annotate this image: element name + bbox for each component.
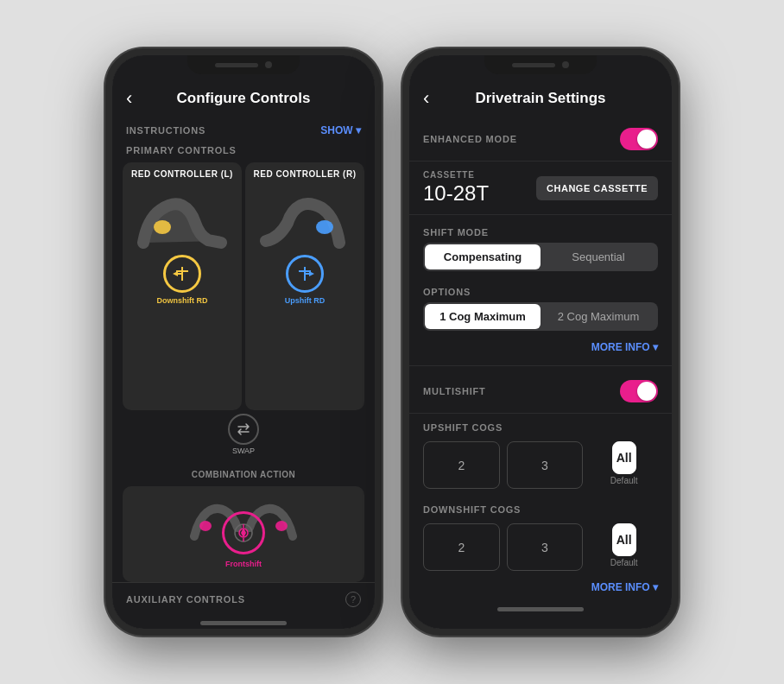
downshift-icon (172, 263, 193, 284)
svg-point-5 (316, 220, 333, 234)
frontshift-circle[interactable] (222, 511, 265, 554)
svg-marker-4 (173, 271, 178, 276)
more-info-button-1[interactable]: MORE INFO ▾ (591, 341, 658, 353)
option-2cog-btn[interactable]: 2 Cog Maximum (541, 304, 656, 329)
swap-icon (236, 421, 251, 437)
option-1cog-btn[interactable]: 1 Cog Maximum (425, 304, 541, 329)
speaker-2 (512, 63, 555, 67)
handlebar-left-svg (126, 182, 238, 251)
upshift-3-btn[interactable]: 3 (507, 441, 584, 489)
upshift-all-btn[interactable]: All (612, 441, 636, 474)
upshift-icon (294, 263, 315, 284)
svg-rect-1 (181, 267, 183, 281)
frontshift-icon (231, 521, 256, 545)
camera-2 (562, 61, 569, 68)
cassette-value: 10-28T (423, 181, 489, 206)
downshift-3-btn[interactable]: 3 (507, 523, 584, 571)
handlebar-right-svg (249, 182, 361, 251)
aux-label: AUXILIARY CONTROLS (126, 594, 245, 605)
downshift-circle[interactable] (163, 255, 201, 293)
upshift-2-btn[interactable]: 2 (423, 441, 500, 489)
home-indicator-1 (200, 621, 287, 625)
swap-circle[interactable] (228, 414, 259, 445)
svg-point-11 (275, 521, 288, 531)
notch-1 (187, 55, 300, 74)
downshift-all-container: All Default (590, 523, 658, 571)
downshift-default-label: Default (610, 558, 638, 571)
upshift-cogs-label: UPSHIFT COGS (409, 414, 672, 438)
cassette-row: CASSETTE 10-28T CHANGE CASSETTE (409, 162, 672, 211)
svg-point-0 (154, 220, 171, 234)
cassette-info: CASSETTE 10-28T (423, 170, 489, 206)
cassette-sub-label: CASSETTE (423, 170, 489, 180)
primary-controls-label: PRIMARY CONTROLS (112, 142, 375, 162)
shift-sequential-btn[interactable]: Sequential (541, 244, 656, 269)
nav-bar-1: ‹ Configure Controls (112, 79, 375, 117)
screen-1: ‹ Configure Controls INSTRUCTIONS SHOW ▾… (112, 55, 375, 629)
multishift-label: MULTISHIFT (423, 386, 486, 396)
downshift-label: Downshift RD (157, 296, 208, 305)
page-title-1: Configure Controls (177, 90, 311, 107)
camera-1 (265, 61, 272, 68)
enhanced-mode-label: ENHANCED MODE (423, 134, 517, 144)
upshift-circle[interactable] (286, 255, 324, 293)
options-label: OPTIONS (409, 278, 672, 302)
downshift-all-btn[interactable]: All (612, 523, 636, 556)
home-indicator-2 (497, 607, 584, 611)
nav-bar-2: ‹ Drivetrain Settings (409, 79, 672, 117)
toggle-knob-2 (637, 382, 656, 401)
multishift-toggle[interactable] (620, 380, 658, 402)
downshift-2-btn[interactable]: 2 (423, 523, 500, 571)
svg-point-10 (199, 521, 212, 531)
upshift-default-label: Default (610, 476, 638, 489)
screen-2: ‹ Drivetrain Settings ENHANCED MODE CASS… (409, 55, 672, 629)
aux-controls-bar: AUXILIARY CONTROLS ? (112, 582, 375, 616)
swap-action[interactable]: SWAP (228, 414, 259, 455)
divider-1 (409, 214, 672, 215)
phone-1: ‹ Configure Controls INSTRUCTIONS SHOW ▾… (105, 48, 382, 636)
help-button[interactable]: ? (345, 592, 361, 607)
instructions-label: INSTRUCTIONS (126, 125, 205, 136)
upshift-container: Upshift RD (285, 255, 326, 305)
shift-mode-label: SHIFT MODE (409, 218, 672, 243)
combo-wrapper: Frontshift (187, 493, 300, 575)
more-info-button-2[interactable]: MORE INFO ▾ (591, 581, 658, 593)
downshift-cog-buttons: 2 3 All Default (409, 520, 672, 578)
right-controller-title: RED CONTROLLER (R) (254, 169, 357, 179)
back-button-1[interactable]: ‹ (126, 87, 132, 110)
frontshift-label: Frontshift (225, 560, 262, 568)
controllers-grid: RED CONTROLLER (L) (112, 162, 375, 410)
upshift-cog-buttons: 2 3 All Default (409, 438, 672, 496)
page-title-2: Drivetrain Settings (475, 90, 605, 107)
more-info-row-1: MORE INFO ▾ (409, 338, 672, 362)
svg-marker-9 (309, 271, 314, 276)
enhanced-mode-row: ENHANCED MODE (409, 117, 672, 162)
change-cassette-button[interactable]: CHANGE CASSETTE (536, 176, 658, 200)
combination-panel: Frontshift (123, 486, 364, 582)
swap-area: SWAP (112, 410, 375, 459)
upshift-label: Upshift RD (285, 296, 326, 305)
left-controller-title: RED CONTROLLER (L) (131, 169, 233, 179)
show-button[interactable]: SHOW ▾ (320, 124, 361, 136)
speaker-1 (215, 63, 258, 67)
svg-rect-2 (176, 270, 188, 272)
downshift-cogs-label: DOWNSHIFT COGS (409, 496, 672, 520)
notch-2 (484, 55, 597, 74)
downshift-action[interactable]: Downshift RD (157, 255, 208, 305)
toggle-knob-1 (637, 130, 656, 149)
svg-rect-7 (299, 270, 311, 272)
shift-compensating-btn[interactable]: Compensating (425, 244, 541, 269)
back-button-2[interactable]: ‹ (423, 87, 429, 110)
combination-label: COMBINATION ACTION (192, 470, 296, 479)
shift-mode-segment: Compensating Sequential (423, 243, 658, 271)
phone-2: ‹ Drivetrain Settings ENHANCED MODE CASS… (402, 48, 679, 636)
upshift-action[interactable]: Upshift RD (285, 255, 326, 305)
enhanced-mode-toggle[interactable] (620, 128, 658, 150)
multishift-row: MULTISHIFT (409, 370, 672, 414)
left-controller-panel: RED CONTROLLER (L) (123, 162, 242, 410)
divider-2 (409, 365, 672, 366)
more-info-row-2: MORE INFO ▾ (409, 578, 672, 602)
swap-label: SWAP (232, 446, 255, 455)
downshift-container: Downshift RD (157, 255, 208, 305)
options-segment: 1 Cog Maximum 2 Cog Maximum (423, 302, 658, 331)
